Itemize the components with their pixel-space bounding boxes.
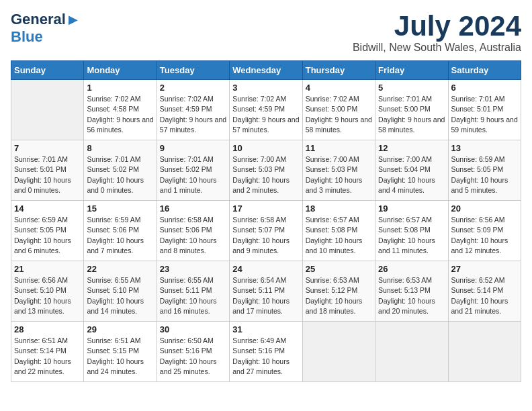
day-info: Sunrise: 7:02 AM Sunset: 4:59 PM Dayligh… bbox=[232, 94, 299, 135]
calendar-cell bbox=[375, 322, 448, 382]
calendar-cell: 10Sunrise: 7:00 AM Sunset: 5:03 PM Dayli… bbox=[230, 140, 302, 201]
day-number: 14 bbox=[14, 203, 81, 214]
day-info: Sunrise: 6:50 AM Sunset: 5:16 PM Dayligh… bbox=[160, 336, 226, 377]
calendar-cell: 13Sunrise: 6:59 AM Sunset: 5:05 PM Dayli… bbox=[448, 140, 521, 201]
calendar-cell: 1Sunrise: 7:02 AM Sunset: 4:58 PM Daylig… bbox=[84, 80, 157, 140]
calendar-title-area: July 2024 Bidwill, New South Wales, Aust… bbox=[353, 11, 521, 54]
day-number: 25 bbox=[306, 264, 372, 274]
calendar-cell: 14Sunrise: 6:59 AM Sunset: 5:05 PM Dayli… bbox=[11, 201, 84, 261]
logo-general-text: General bbox=[11, 11, 66, 28]
calendar-cell: 20Sunrise: 6:56 AM Sunset: 5:09 PM Dayli… bbox=[448, 201, 521, 261]
calendar-cell: 26Sunrise: 6:53 AM Sunset: 5:13 PM Dayli… bbox=[375, 261, 448, 322]
calendar-cell: 11Sunrise: 7:00 AM Sunset: 5:03 PM Dayli… bbox=[302, 140, 375, 201]
calendar-cell: 17Sunrise: 6:58 AM Sunset: 5:07 PM Dayli… bbox=[230, 201, 302, 261]
month-title: July 2024 bbox=[353, 11, 521, 42]
day-number: 2 bbox=[160, 83, 226, 93]
day-info: Sunrise: 7:01 AM Sunset: 5:01 PM Dayligh… bbox=[14, 154, 81, 195]
logo-bird-icon: ▶ bbox=[69, 12, 78, 27]
day-number: 21 bbox=[14, 264, 81, 274]
day-info: Sunrise: 7:00 AM Sunset: 5:04 PM Dayligh… bbox=[378, 154, 445, 195]
day-info: Sunrise: 7:00 AM Sunset: 5:03 PM Dayligh… bbox=[306, 154, 372, 195]
day-info: Sunrise: 6:54 AM Sunset: 5:11 PM Dayligh… bbox=[232, 275, 299, 316]
logo: General ▶ Blue bbox=[11, 11, 78, 46]
calendar-week-4: 21Sunrise: 6:56 AM Sunset: 5:10 PM Dayli… bbox=[11, 261, 521, 322]
calendar-cell: 30Sunrise: 6:50 AM Sunset: 5:16 PM Dayli… bbox=[157, 322, 229, 382]
header-day-thursday: Thursday bbox=[302, 61, 375, 80]
calendar-cell: 8Sunrise: 7:01 AM Sunset: 5:02 PM Daylig… bbox=[84, 140, 157, 201]
calendar-cell: 2Sunrise: 7:02 AM Sunset: 4:59 PM Daylig… bbox=[157, 80, 229, 140]
calendar-cell bbox=[448, 322, 521, 382]
calendar-cell: 12Sunrise: 7:00 AM Sunset: 5:04 PM Dayli… bbox=[375, 140, 448, 201]
day-info: Sunrise: 7:01 AM Sunset: 5:01 PM Dayligh… bbox=[451, 94, 518, 135]
day-info: Sunrise: 6:51 AM Sunset: 5:15 PM Dayligh… bbox=[87, 336, 153, 377]
header-day-monday: Monday bbox=[84, 61, 157, 80]
day-info: Sunrise: 6:59 AM Sunset: 5:05 PM Dayligh… bbox=[451, 154, 518, 195]
day-info: Sunrise: 6:56 AM Sunset: 5:10 PM Dayligh… bbox=[14, 275, 81, 316]
calendar-cell: 29Sunrise: 6:51 AM Sunset: 5:15 PM Dayli… bbox=[84, 322, 157, 382]
day-info: Sunrise: 7:00 AM Sunset: 5:03 PM Dayligh… bbox=[232, 154, 299, 195]
day-number: 4 bbox=[306, 83, 372, 93]
header-day-sunday: Sunday bbox=[11, 61, 84, 80]
day-number: 24 bbox=[232, 264, 299, 274]
calendar-cell: 15Sunrise: 6:59 AM Sunset: 5:06 PM Dayli… bbox=[84, 201, 157, 261]
day-number: 29 bbox=[87, 324, 153, 334]
calendar-cell: 28Sunrise: 6:51 AM Sunset: 5:14 PM Dayli… bbox=[11, 322, 84, 382]
calendar-table: SundayMondayTuesdayWednesdayThursdayFrid… bbox=[11, 60, 521, 382]
day-info: Sunrise: 6:56 AM Sunset: 5:09 PM Dayligh… bbox=[451, 215, 518, 256]
header-day-saturday: Saturday bbox=[448, 61, 521, 80]
day-number: 27 bbox=[451, 264, 518, 274]
day-number: 23 bbox=[160, 264, 226, 274]
calendar-cell: 23Sunrise: 6:55 AM Sunset: 5:11 PM Dayli… bbox=[157, 261, 229, 322]
day-number: 18 bbox=[306, 203, 372, 214]
calendar-cell: 7Sunrise: 7:01 AM Sunset: 5:01 PM Daylig… bbox=[11, 140, 84, 201]
calendar-week-5: 28Sunrise: 6:51 AM Sunset: 5:14 PM Dayli… bbox=[11, 322, 521, 382]
calendar-cell: 5Sunrise: 7:01 AM Sunset: 5:00 PM Daylig… bbox=[375, 80, 448, 140]
day-info: Sunrise: 7:01 AM Sunset: 5:02 PM Dayligh… bbox=[87, 154, 153, 195]
day-number: 13 bbox=[451, 143, 518, 153]
day-info: Sunrise: 7:02 AM Sunset: 4:59 PM Dayligh… bbox=[160, 94, 226, 135]
day-number: 8 bbox=[87, 143, 153, 153]
day-info: Sunrise: 6:59 AM Sunset: 5:06 PM Dayligh… bbox=[87, 215, 153, 256]
calendar-cell: 6Sunrise: 7:01 AM Sunset: 5:01 PM Daylig… bbox=[448, 80, 521, 140]
calendar-week-1: 1Sunrise: 7:02 AM Sunset: 4:58 PM Daylig… bbox=[11, 80, 521, 140]
day-number: 31 bbox=[232, 324, 299, 334]
day-info: Sunrise: 6:55 AM Sunset: 5:11 PM Dayligh… bbox=[160, 275, 226, 316]
day-info: Sunrise: 7:01 AM Sunset: 5:00 PM Dayligh… bbox=[378, 94, 445, 135]
calendar-week-2: 7Sunrise: 7:01 AM Sunset: 5:01 PM Daylig… bbox=[11, 140, 521, 201]
day-info: Sunrise: 6:59 AM Sunset: 5:05 PM Dayligh… bbox=[14, 215, 81, 256]
calendar-cell: 21Sunrise: 6:56 AM Sunset: 5:10 PM Dayli… bbox=[11, 261, 84, 322]
day-number: 12 bbox=[378, 143, 445, 153]
day-info: Sunrise: 7:02 AM Sunset: 4:58 PM Dayligh… bbox=[87, 94, 153, 135]
day-number: 3 bbox=[232, 83, 299, 93]
day-number: 30 bbox=[160, 324, 226, 334]
day-info: Sunrise: 6:58 AM Sunset: 5:06 PM Dayligh… bbox=[160, 215, 226, 256]
logo-blue-text: Blue bbox=[11, 28, 43, 45]
calendar-cell: 27Sunrise: 6:52 AM Sunset: 5:14 PM Dayli… bbox=[448, 261, 521, 322]
day-number: 20 bbox=[451, 203, 518, 214]
calendar-cell: 22Sunrise: 6:55 AM Sunset: 5:10 PM Dayli… bbox=[84, 261, 157, 322]
day-number: 15 bbox=[87, 203, 153, 214]
calendar-cell: 25Sunrise: 6:53 AM Sunset: 5:12 PM Dayli… bbox=[302, 261, 375, 322]
day-info: Sunrise: 7:01 AM Sunset: 5:02 PM Dayligh… bbox=[160, 154, 226, 195]
day-number: 28 bbox=[14, 324, 81, 334]
calendar-cell: 9Sunrise: 7:01 AM Sunset: 5:02 PM Daylig… bbox=[157, 140, 229, 201]
day-number: 16 bbox=[160, 203, 226, 214]
calendar-cell: 3Sunrise: 7:02 AM Sunset: 4:59 PM Daylig… bbox=[230, 80, 302, 140]
day-number: 9 bbox=[160, 143, 226, 153]
day-number: 22 bbox=[87, 264, 153, 274]
page-header: General ▶ Blue July 2024 Bidwill, New So… bbox=[11, 11, 521, 54]
day-number: 10 bbox=[232, 143, 299, 153]
day-number: 19 bbox=[378, 203, 445, 214]
day-number: 5 bbox=[378, 83, 445, 93]
calendar-cell: 31Sunrise: 6:49 AM Sunset: 5:16 PM Dayli… bbox=[230, 322, 302, 382]
calendar-cell bbox=[302, 322, 375, 382]
day-info: Sunrise: 6:49 AM Sunset: 5:16 PM Dayligh… bbox=[232, 336, 299, 377]
header-day-friday: Friday bbox=[375, 61, 448, 80]
day-number: 7 bbox=[14, 143, 81, 153]
day-info: Sunrise: 6:58 AM Sunset: 5:07 PM Dayligh… bbox=[232, 215, 299, 256]
calendar-cell: 19Sunrise: 6:57 AM Sunset: 5:08 PM Dayli… bbox=[375, 201, 448, 261]
day-info: Sunrise: 6:51 AM Sunset: 5:14 PM Dayligh… bbox=[14, 336, 81, 377]
day-info: Sunrise: 6:57 AM Sunset: 5:08 PM Dayligh… bbox=[378, 215, 445, 256]
calendar-week-3: 14Sunrise: 6:59 AM Sunset: 5:05 PM Dayli… bbox=[11, 201, 521, 261]
day-info: Sunrise: 7:02 AM Sunset: 5:00 PM Dayligh… bbox=[306, 94, 372, 135]
